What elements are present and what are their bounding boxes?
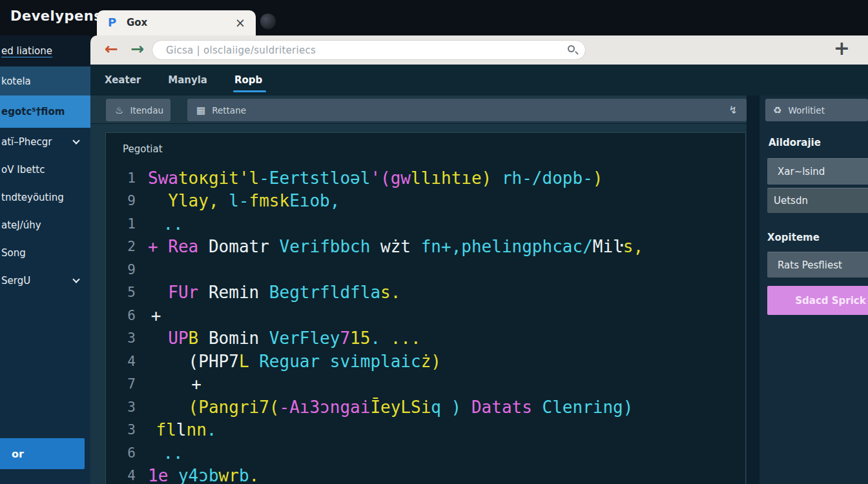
chevron-down-icon[interactable] [72, 276, 79, 283]
code-token: Reguar svimplaic [249, 352, 421, 371]
panel-title: Aildorajie [769, 137, 821, 148]
line-number: 1 [106, 170, 136, 186]
code-token: 7 [340, 328, 350, 348]
browser-orb-icon[interactable] [260, 14, 276, 29]
sidebar-items: kotelaegotc⁵†fiomatĭ–PhecgroV Ibettctndt… [0, 66, 90, 294]
code-token: . [207, 420, 217, 439]
panel-divider [747, 96, 760, 484]
action-button[interactable]: Sdacd Sprick [767, 286, 868, 315]
app-window: Develypenst P Gox × ← → Gicsa | olsclaii… [0, 0, 868, 484]
chevron-down-icon[interactable] [72, 137, 79, 144]
code-editor[interactable]: Pegotiat 1Swatoĸgit'l-Eertstloəl'(gwllıh… [105, 132, 746, 484]
nav-tab-manyla[interactable]: Manyla [168, 65, 207, 96]
nav-tab-ropb[interactable]: Ropb [234, 65, 262, 96]
sidebar-item-song[interactable]: Song [0, 239, 90, 267]
code-token: rh-/dopb- [491, 168, 593, 188]
forward-icon[interactable]: → [130, 39, 144, 58]
line-number: 1 [106, 216, 136, 232]
code-token: . [370, 328, 380, 348]
sidebar-item-sergu[interactable]: SergU [0, 267, 90, 294]
toolbar-button-rettane[interactable]: ▦ Rettane ↯ [187, 99, 747, 121]
code-line: 6+ [106, 304, 745, 327]
code-token: ... [380, 328, 421, 348]
toolbar-button-itendau[interactable]: ♨ Itendau [106, 99, 170, 121]
code-token: 1e [148, 466, 168, 484]
grid-icon: ▦ [196, 105, 205, 116]
url-field[interactable]: Gicsa | olsclaiige/suldriteriecs [152, 40, 586, 60]
code-text: UPB Bomin VerFley715. ... [148, 328, 421, 348]
panel-field-2[interactable]: Uetsdn [767, 188, 868, 213]
code-line: 4(PHP7L Reguar svimplaicż) [106, 350, 745, 373]
code-token: nn [186, 420, 206, 439]
code-token: . [249, 466, 260, 484]
code-line: 1.. [106, 212, 745, 236]
right-panel: ♻ Worlitiet Aildorajie Xar~lsind Uetsdn … [760, 96, 868, 484]
sidebar-item-ov-ibettc[interactable]: oV Ibettc [0, 156, 90, 183]
code-line: 41e y4ɔbwrb. [106, 465, 745, 484]
code-line: 3(Pangri7(-Aı3ɔngaiĪeyLSiq ) Datats Clen… [106, 396, 745, 419]
line-number: 3 [106, 422, 136, 438]
sidebar-item-at-phecgr[interactable]: atĭ–Phecgr [0, 128, 90, 156]
code-token: '(gw [370, 168, 411, 188]
editor-title: Pegotiat [123, 143, 163, 155]
code-token: + [151, 306, 161, 325]
code-token: .. [163, 443, 183, 463]
url-text[interactable]: Gicsa | olsclaiige/suldriteriecs [166, 45, 316, 56]
sidebar-item-label: oV Ibettc [1, 164, 45, 176]
code-token: B [189, 328, 199, 348]
code-token: q ) [431, 398, 461, 417]
code-token: + Rea [148, 237, 198, 256]
browser-top-bar: Develypenst P Gox × [0, 0, 868, 35]
search-icon[interactable] [568, 45, 575, 52]
code-text: + Rea Domatr Verifbbch wżt fn+,phelingph… [148, 237, 643, 256]
tab-close-icon[interactable]: × [235, 15, 245, 30]
sidebar-item-label: kotela [1, 76, 31, 87]
code-token: l- [229, 191, 249, 210]
code-token: (PHP7 [189, 352, 239, 371]
browser-tab[interactable]: P Gox × [97, 10, 256, 35]
code-token: s. [380, 283, 400, 302]
sidebar-item-top[interactable]: ed liatione [0, 35, 90, 66]
code-line: 5FUr Remin Begtrfldflas. [106, 281, 745, 305]
code-text: Swatoĸgit'l-Eertstloəl'(gwllıhtıe) rh-/d… [148, 168, 603, 188]
code-text: .. [148, 214, 183, 234]
panel-field-3[interactable]: Rats Pesfliest [767, 252, 868, 277]
code-line: 9Ylay, l-fmskEıob, [106, 190, 745, 213]
sidebar-item-kotela[interactable]: kotela [0, 66, 90, 96]
nav-tab-xeater[interactable]: Xeater [105, 65, 141, 96]
code-line: 2+ Rea Domatr Verifbbch wżt fn+,phelingp… [106, 236, 745, 259]
sidebar-bottom-button[interactable]: or [0, 438, 85, 469]
workspace-button[interactable]: ♻ Worlitiet [765, 99, 868, 121]
line-number: 5 [106, 285, 136, 300]
code-line: 3UPB Bomin VerFley715. ... [106, 327, 745, 350]
code-token: wżt [380, 237, 421, 256]
line-number: 9 [106, 193, 136, 208]
line-number: 2 [106, 239, 136, 254]
code-token: toĸgit'l [178, 168, 259, 188]
code-token: s, [623, 237, 643, 256]
back-icon[interactable]: ← [105, 39, 118, 58]
code-text: Ylay, l-fmskEıob, [148, 191, 340, 210]
code-token: Ylay, [168, 191, 229, 210]
panel-field-1[interactable]: Xar~lsind [767, 158, 868, 185]
line-number: 6 [106, 308, 136, 323]
sidebar-item-atej-hy[interactable]: ateJ/úhy [0, 211, 90, 239]
code-token: + [191, 374, 202, 394]
code-token: 15 [350, 328, 370, 348]
app-logo: Develypenst [10, 8, 109, 24]
sidebar-item-egotc-fiom[interactable]: egotc⁵†fiom [0, 96, 90, 128]
code-token: l [176, 420, 187, 439]
lightning-icon[interactable]: ↯ [729, 104, 738, 116]
code-token: llıhtıe) [411, 168, 491, 188]
code-token: b [239, 466, 249, 484]
line-number: 7 [106, 376, 136, 392]
line-number: 9 [106, 262, 136, 277]
nav-tabs: XeaterManylaRopb [90, 65, 868, 96]
code-line: 9 [106, 258, 745, 281]
code-text: FUr Remin Begtrfldflas. [148, 283, 400, 302]
new-tab-icon[interactable]: + [834, 37, 850, 59]
sidebar-item-tndtey-uting[interactable]: tndteyöuting [0, 183, 90, 211]
code-token: Datats [461, 398, 532, 417]
code-lines: 1Swatoĸgit'l-Eertstloəl'(gwllıhtıe) rh-/… [106, 166, 745, 484]
code-text: (PHP7L Reguar svimplaicż) [148, 352, 441, 371]
